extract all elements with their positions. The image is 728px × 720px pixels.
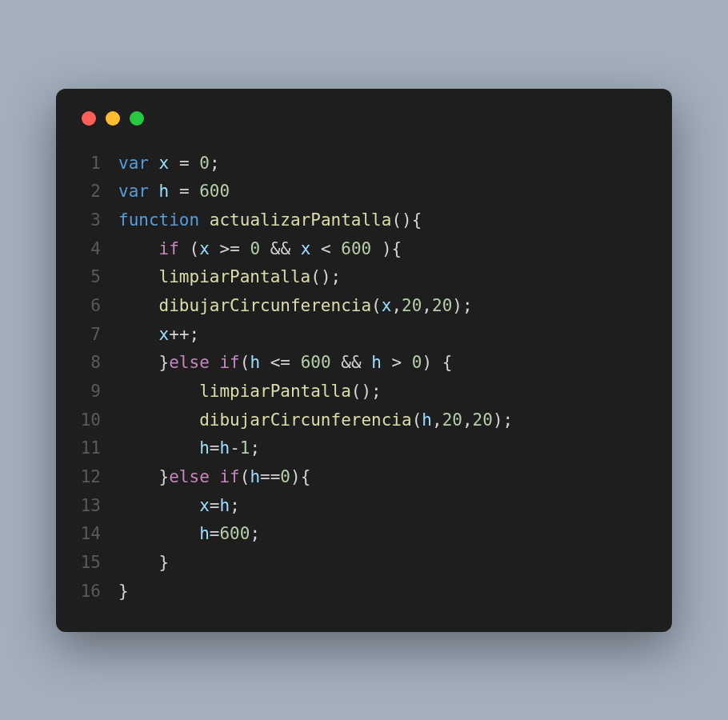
code-token: ( (240, 353, 250, 372)
maximize-icon[interactable] (130, 111, 144, 126)
code-token (240, 239, 250, 258)
code-line: 6 dibujarCircunferencia(x,20,20); (80, 292, 648, 321)
code-token: 20 (402, 296, 422, 315)
code-token: 20 (442, 410, 462, 430)
line-number: 1 (80, 150, 118, 178)
code-token: , (462, 410, 473, 430)
code-token: x (382, 296, 392, 315)
code-token: x (199, 239, 210, 258)
line-number: 9 (80, 378, 118, 406)
code-token: ; (250, 438, 260, 458)
code-token (118, 496, 199, 515)
code-token: x (301, 239, 311, 258)
code-token: (); (351, 382, 382, 401)
code-token: h (159, 182, 170, 201)
code-token: ( (240, 467, 250, 486)
code-line-content: limpiarPantalla(); (118, 263, 648, 292)
minimize-icon[interactable] (106, 111, 120, 126)
code-token (210, 353, 220, 372)
code-line-content: } (118, 578, 648, 606)
code-token (118, 325, 159, 344)
code-line: 13 x=h; (80, 492, 648, 521)
code-line-content: dibujarCircunferencia(x,20,20); (118, 292, 648, 321)
code-token: , (391, 296, 402, 315)
code-token: else (169, 353, 210, 372)
code-token (290, 353, 301, 372)
code-token: = (210, 496, 220, 515)
line-number: 3 (80, 206, 118, 235)
code-token: x (159, 154, 170, 173)
code-token (118, 410, 199, 430)
code-line-content: if (x >= 0 && x < 600 ){ (118, 235, 648, 264)
code-token: && (341, 353, 361, 372)
code-token: 20 (432, 296, 452, 315)
code-line: 8 }else if(h <= 600 && h > 0) { (80, 349, 648, 378)
code-token: var (118, 182, 149, 201)
code-token: >= (219, 239, 239, 258)
code-token (118, 524, 199, 543)
code-line-content: }else if(h==0){ (118, 463, 648, 492)
code-token (210, 467, 220, 486)
code-token: ; (210, 154, 220, 173)
line-number: 4 (80, 235, 118, 264)
code-token: function (118, 210, 199, 230)
code-token: , (432, 410, 442, 430)
code-token (310, 239, 321, 258)
code-token: = (210, 524, 220, 543)
code-line: 15 } (80, 549, 648, 578)
code-token: 1 (240, 438, 250, 458)
code-token (118, 382, 199, 401)
code-line: 16} (80, 578, 648, 606)
code-line-content: x=h; (118, 492, 648, 521)
code-token: x (159, 325, 170, 344)
code-token (118, 438, 199, 458)
code-line: 12 }else if(h==0){ (80, 463, 648, 492)
code-line: 7 x++; (80, 321, 648, 350)
code-line: 11 h=h-1; (80, 434, 648, 463)
code-line-content: }else if(h <= 600 && h > 0) { (118, 349, 648, 378)
code-token (382, 353, 392, 372)
code-token (118, 267, 159, 286)
code-token: 20 (473, 410, 493, 430)
code-token: } (118, 582, 129, 601)
line-number: 7 (80, 321, 118, 350)
code-token: limpiarPantalla (159, 267, 311, 286)
line-number: 14 (80, 520, 118, 549)
code-token: 0 (250, 239, 260, 258)
code-token: , (422, 296, 432, 315)
line-number: 8 (80, 349, 118, 378)
code-token: h (371, 353, 382, 372)
code-token (210, 239, 220, 258)
code-line: 1var x = 0; (80, 150, 648, 178)
code-token: if (219, 353, 239, 372)
code-token (362, 353, 372, 372)
code-line-content: function actualizarPantalla(){ (118, 206, 648, 235)
code-token (290, 239, 301, 258)
code-token: dibujarCircunferencia (159, 296, 372, 315)
code-token: 0 (280, 467, 290, 486)
code-token: ); (452, 296, 472, 315)
code-line: 4 if (x >= 0 && x < 600 ){ (80, 235, 648, 264)
code-token: h (219, 438, 230, 458)
code-area[interactable]: 1var x = 0;2var h = 6003function actuali… (80, 150, 648, 606)
code-token: x (199, 496, 210, 515)
code-line: 14 h=600; (80, 520, 648, 549)
code-token (331, 239, 342, 258)
close-icon[interactable] (82, 111, 96, 126)
code-line-content: h=h-1; (118, 434, 648, 463)
code-token: h (250, 467, 260, 486)
code-token (169, 182, 179, 201)
code-token (260, 353, 270, 372)
code-token (190, 154, 200, 173)
code-line: 10 dibujarCircunferencia(h,20,20); (80, 406, 648, 435)
line-number: 12 (80, 463, 118, 492)
code-token: ; (230, 496, 240, 515)
code-line: 9 limpiarPantalla(); (80, 378, 648, 406)
code-line: 5 limpiarPantalla(); (80, 263, 648, 292)
line-number: 10 (80, 406, 118, 435)
code-token: == (260, 467, 280, 486)
line-number: 16 (80, 578, 118, 606)
code-token: (); (310, 267, 341, 286)
code-token: 0 (199, 154, 210, 173)
line-number: 13 (80, 492, 118, 521)
